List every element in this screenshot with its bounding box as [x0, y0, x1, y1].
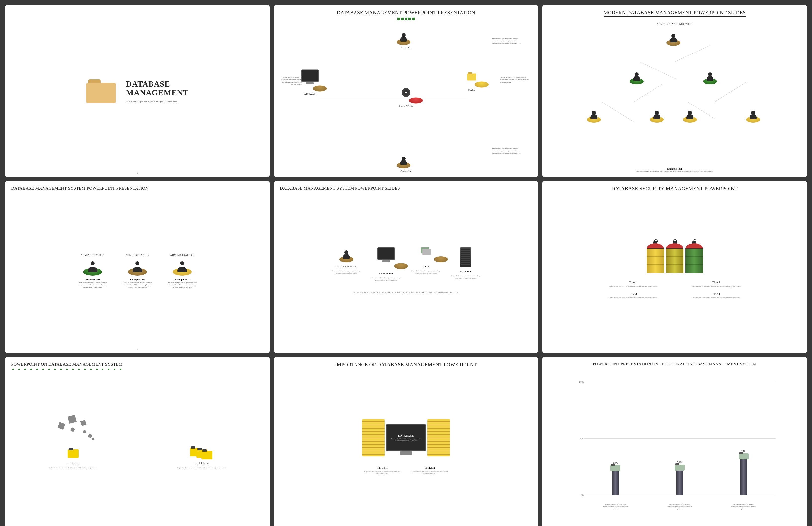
admin-item-2: ADMINISTRATOR 2 Example Text This is an …: [121, 253, 154, 288]
title-1-block: TITLE 1 Capitalize the first word of the…: [30, 423, 116, 469]
item-storage: STORAGE General wisdom of every new tech…: [451, 247, 481, 281]
monitor-icon: DATABASE This slide is 100% editable. Ad…: [386, 424, 426, 451]
item-hardware: HARDWARE General wisdom of every new tec…: [371, 247, 401, 281]
slide-title: IMPORTANCE OF DATABASE MANAGEMENT POWERP…: [280, 362, 532, 368]
admin-item-1: ADMINISTRATOR 1 Example Text This is an …: [76, 253, 109, 288]
node-admin2: ADMIN 2: [396, 154, 416, 172]
disc-icon: [402, 88, 410, 97]
main-title: DATABASEMANAGEMENT: [126, 80, 189, 97]
slide-title: DATABASE MANAGEMENT POWERPOINT PRESENTAT…: [280, 10, 532, 16]
folder-icon: [86, 80, 116, 103]
title-2-block: TITLE 2 Capitalize the first word of the…: [159, 423, 245, 469]
server-block-icon: [362, 419, 385, 456]
tree-node: [629, 69, 647, 84]
slide-title: DATABASE MANAGEMENT SYSTEM POWERPOINT SL…: [280, 186, 532, 191]
slide-6: DATABASE SECURITY MANAGEMENT POWERPOINT …: [542, 181, 807, 353]
flying-bits-icon: [56, 421, 101, 445]
title-block: TITLE 1Capitalize the first word of the …: [364, 466, 401, 474]
node-admin1: ADMIN 1: [396, 30, 416, 49]
page-number: 1: [137, 172, 138, 175]
title-block: Title 3Capitalize the first word of the …: [599, 292, 667, 299]
slide-title: DATABASE MANAGEMENT SYSTEM POWERPOINT PR…: [11, 186, 264, 191]
tree-node: [702, 69, 720, 84]
title-block: TITLE 2Capitalize the first word of the …: [411, 466, 448, 474]
x-label: General wisdom of every new technology p…: [667, 503, 692, 510]
tree-node: [586, 108, 604, 123]
slide-title: POWERPOINT PRESENTATION ON RELATIONAL DA…: [548, 362, 801, 366]
caption: Organization structure acting director p…: [500, 76, 532, 83]
db-cylinders: [647, 243, 703, 273]
slide-1: DATABASEMANAGEMENT This is an example te…: [5, 5, 270, 177]
slide-9: POWERPOINT PRESENTATION ON RELATIONAL DA…: [542, 357, 807, 526]
tree-node: [649, 108, 667, 123]
chart-bar: 54%: [671, 461, 688, 495]
caption: Organization structure acting director a…: [280, 76, 302, 85]
example-caption: Example Text This is an example text. Re…: [574, 168, 776, 172]
footnote: IF THE SOURCE DOESN'T LIST AN AUTHOR OR …: [353, 292, 459, 294]
tree-node: [682, 108, 700, 123]
decoration-dots: [280, 18, 532, 20]
title-block: Title 1Capitalize the first word of the …: [599, 281, 667, 287]
caption: Organization structure acting director a…: [492, 147, 525, 154]
slide-5: DATABASE MANAGEMENT SYSTEM POWERPOINT SL…: [274, 181, 539, 353]
chart-bar: 78%: [735, 450, 752, 495]
slide-7: POWERPOINT ON DATABASE MANAGEMENT SYSTEM: [5, 357, 270, 526]
tree-root: [666, 31, 683, 46]
title-block: Title 4Capitalize the first word of the …: [682, 292, 750, 299]
database-icon: [666, 243, 683, 273]
tree-node: [745, 108, 763, 123]
server-icon: [460, 247, 471, 267]
slide-4: DATABASE MANAGEMENT SYSTEM POWERPOINT PR…: [5, 181, 270, 353]
slide-grid: DATABASEMANAGEMENT This is an example te…: [5, 5, 807, 526]
item-dbmgr: DATABASE MGR. General wisdom of every ne…: [331, 247, 361, 281]
slide-8: IMPORTANCE OF DATABASE MANAGEMENT POWERP…: [274, 357, 539, 526]
folder-icon: [201, 451, 212, 459]
page-number: 2: [137, 349, 138, 351]
node-hardware: HARDWARE: [300, 70, 320, 95]
server-block-icon: [427, 419, 450, 456]
slide-title: POWERPOINT ON DATABASE MANAGEMENT SYSTEM: [11, 362, 264, 367]
files-icon: [421, 247, 431, 255]
x-label: General wisdom of every new technology p…: [731, 503, 756, 510]
bar-chart: 100% 50% 0% 53%54%78% General wisdom of …: [574, 382, 776, 510]
slide-2: DATABASE MANAGEMENT POWERPOINT PRESENTAT…: [274, 5, 539, 177]
monitor-icon: [377, 247, 395, 260]
item-data: DATA General wisdom of every new technol…: [411, 247, 441, 281]
subtitle: This is an example text. Replace with yo…: [126, 100, 189, 102]
database-icon: [685, 243, 703, 273]
chart-bar: 53%: [607, 461, 624, 495]
root-label: ADMINISTRATOR NETWORK: [656, 23, 692, 25]
folder-icon: [467, 74, 476, 81]
slide-title: MODERN DATABASE MANAGEMENT POWERPOINT SL…: [548, 10, 801, 17]
x-label: General wisdom of every new technology p…: [603, 503, 628, 510]
decoration-dots: [11, 369, 264, 370]
folder-icon: [68, 449, 78, 458]
slide-title: DATABASE SECURITY MANAGEMENT POWERPOINT: [548, 186, 801, 191]
database-scene: DATABASE This slide is 100% editable. Ad…: [362, 419, 450, 456]
title-block: Title 2Capitalize the first word of the …: [682, 281, 750, 287]
node-data: DATA: [462, 74, 482, 91]
monitor-icon: [301, 70, 319, 82]
caption: Organization structure acting director a…: [492, 38, 525, 44]
admin-item-3: ADMINISTRATOR 3 Example Text This is an …: [166, 253, 198, 288]
node-software: SOFTWARE: [396, 88, 416, 107]
slide-3: MODERN DATABASE MANAGEMENT POWERPOINT SL…: [542, 5, 807, 177]
database-icon: [647, 243, 664, 273]
